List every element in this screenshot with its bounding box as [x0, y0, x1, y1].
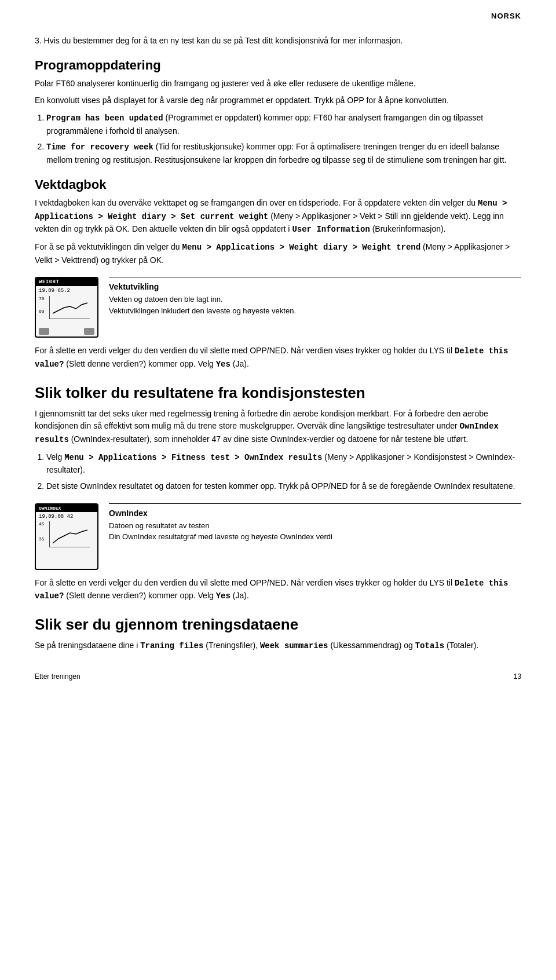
weight-figure: WEIGHT 19.09 65.2 70 60 — [35, 277, 521, 338]
kondisjontest-steps: Velg Menu > Applications > Fitness test … — [46, 451, 521, 493]
ownindex-figure: OWNINDEX 19.09.08 42 45 35 OwnIndex Dato… — [35, 503, 521, 570]
vektdagbok-para2: For å se på vektutviklingen din velger d… — [35, 241, 521, 266]
weight-figure-caption: Vektutvikling Vekten og datoen den ble l… — [109, 277, 521, 316]
programoppdatering-step2: Time for recovery week (Tid for restitus… — [46, 141, 521, 166]
kondisjontest-step1: Velg Menu > Applications > Fitness test … — [46, 451, 521, 477]
ownindex-caption-line1: Datoen og resultatet av testen — [109, 520, 521, 532]
weight-device: WEIGHT 19.09 65.2 70 60 — [35, 277, 98, 338]
page-footer: Etter treningen 13 — [0, 672, 556, 681]
kondisjontest-step2: Det siste OwnIndex resultatet og datoen … — [46, 480, 521, 493]
device-buttons — [36, 326, 97, 337]
ownindex-device-body: 19.09.08 42 45 35 — [36, 512, 97, 549]
intro-text: 3. Hvis du bestemmer deg for å ta en ny … — [35, 35, 521, 47]
ownindex-caption-line2: Din OwnIndex resultatgraf med laveste og… — [109, 531, 521, 543]
page-language-label: NORSK — [491, 12, 521, 20]
weight-caption-line2: Vektutviklingen inkludert den laveste og… — [109, 305, 521, 317]
kondisjontest-delete-para: For å slette en verdi velger du den verd… — [35, 577, 521, 603]
kondisjontest-para1: I gjennomsnitt tar det seks uker med reg… — [35, 408, 521, 447]
device-screen-body: 19.09 65.2 70 60 — [36, 286, 97, 326]
programoppdatering-para2: En konvolutt vises på displayet for å va… — [35, 94, 521, 107]
programoppdatering-title: Programoppdatering — [35, 58, 521, 73]
programoppdatering-steps: Program has been updated (Programmet er … — [46, 112, 521, 167]
treningsdataene-title: Slik ser du gjennom treningsdataene — [35, 616, 521, 634]
treningsdataene-para1: Se på treningsdataene dine i Traning fil… — [35, 639, 521, 653]
vektdagbok-para1: I vektdagboken kan du overvåke vekttapet… — [35, 197, 521, 236]
ownindex-caption-title: OwnIndex — [109, 509, 521, 518]
ownindex-device: OWNINDEX 19.09.08 42 45 35 — [35, 503, 98, 570]
ownindex-device-header: OWNINDEX — [36, 504, 97, 512]
weight-caption-line1: Vekten og datoen den ble lagt inn. — [109, 294, 521, 305]
device-screen-header: WEIGHT — [36, 278, 97, 286]
kondisjontest-title: Slik tolker du resultatene fra kondisjon… — [35, 384, 521, 402]
programoppdatering-para1: Polar FT60 analyserer kontinuerlig din f… — [35, 78, 521, 90]
vektdagbok-delete-para: For å slette en verdi velger du den verd… — [35, 345, 521, 371]
footer-left: Etter treningen — [35, 672, 81, 681]
vektdagbok-title: Vektdagbok — [35, 177, 521, 192]
weight-caption-title: Vektutvikling — [109, 282, 521, 291]
footer-right: 13 — [514, 672, 521, 681]
programoppdatering-step1: Program has been updated (Programmet er … — [46, 112, 521, 137]
ownindex-figure-caption: OwnIndex Datoen og resultatet av testen … — [109, 503, 521, 543]
